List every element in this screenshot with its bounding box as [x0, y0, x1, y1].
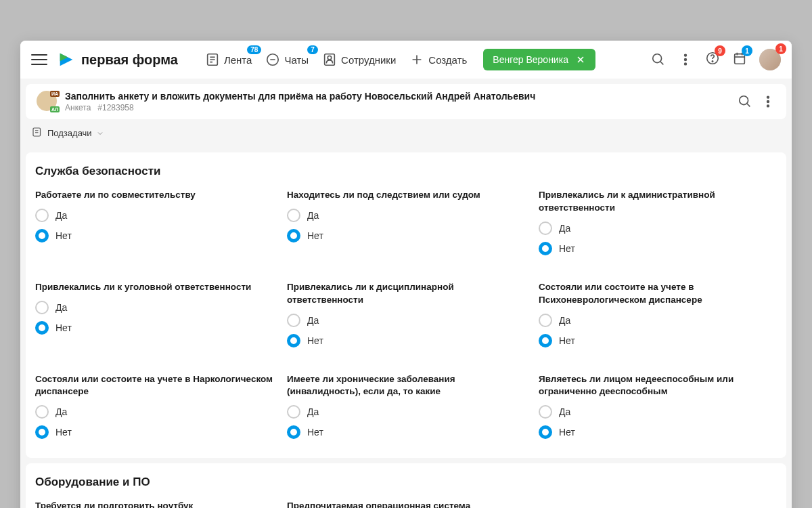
radio-icon: [539, 221, 552, 235]
question: Предпочитаемая операционная система: [287, 500, 525, 508]
radio-icon: [287, 229, 300, 242]
question: Привлекались ли к уголовной ответственно…: [35, 281, 273, 354]
radio-yes[interactable]: Да: [287, 314, 525, 327]
question-label: Состояли или состоите на учете в Психоне…: [539, 281, 777, 307]
svg-point-23: [740, 96, 748, 105]
radio-icon: [539, 242, 552, 255]
radio-icon: [287, 209, 300, 222]
nav-chats-badge: 7: [307, 45, 318, 54]
radio-no[interactable]: Нет: [35, 321, 273, 335]
radio-no[interactable]: Нет: [539, 242, 777, 255]
radio-icon: [539, 314, 552, 327]
question: Являетесь ли лицом недееспособным или ог…: [539, 373, 777, 446]
radio-yes[interactable]: Да: [287, 209, 525, 222]
radio-no[interactable]: Нет: [287, 229, 525, 242]
question: Привлекались ли к административной ответ…: [539, 189, 777, 262]
radio-no[interactable]: Нет: [287, 334, 525, 347]
radio-no-label: Нет: [559, 427, 575, 438]
question-label: Требуется ли подготовить ноутбук: [35, 500, 273, 508]
radio-icon: [35, 301, 49, 314]
nav-employees[interactable]: Сотрудники: [322, 52, 396, 67]
radio-no-label: Нет: [55, 230, 72, 241]
nav-chats-label: Чаты: [284, 54, 309, 66]
section-security-title: Служба безопасности: [35, 165, 777, 178]
radio-no[interactable]: Нет: [287, 425, 525, 439]
radio-no[interactable]: Нет: [35, 425, 273, 439]
question-label: Привлекались ли к дисциплинарной ответст…: [287, 281, 525, 307]
svg-line-24: [747, 104, 750, 107]
radio-yes-label: Да: [559, 406, 570, 417]
section-equipment: Оборудование и ПО Требуется ли подготови…: [26, 463, 786, 508]
radio-yes[interactable]: Да: [287, 405, 525, 419]
svg-point-7: [328, 56, 332, 60]
question-label: Находитесь ли под следствием или судом: [287, 189, 525, 202]
question-label: Предпочитаемая операционная система: [287, 500, 525, 508]
radio-no[interactable]: Нет: [539, 425, 777, 439]
nav-feed-badge: 78: [247, 45, 261, 54]
radio-yes[interactable]: Да: [35, 405, 273, 419]
svg-point-26: [767, 101, 769, 103]
radio-icon: [539, 405, 552, 419]
question: Работаете ли по совместительству Да Нет: [35, 189, 273, 262]
nav-feed[interactable]: Лента 78: [205, 52, 252, 67]
more-icon[interactable]: [678, 52, 693, 67]
radio-yes-label: Да: [307, 406, 319, 417]
document-icon: [205, 52, 220, 67]
questions-grid-2: Требуется ли подготовить ноутбукПредпочи…: [35, 500, 777, 508]
radio-icon: [287, 405, 300, 419]
question: Привлекались ли к дисциплинарной ответст…: [287, 281, 525, 354]
nav-create[interactable]: Создать: [409, 52, 467, 67]
avatar-button[interactable]: 1: [759, 49, 781, 70]
svg-point-27: [767, 105, 769, 107]
radio-no-label: Нет: [307, 335, 323, 346]
radio-yes-label: Да: [559, 315, 570, 326]
radio-yes-label: Да: [55, 210, 67, 221]
radio-no-label: Нет: [55, 322, 72, 333]
task-header: ИА АЛ Заполнить анкету и вложить докумен…: [26, 84, 786, 119]
person-icon: [322, 52, 337, 67]
task-info: Заполнить анкету и вложить документы для…: [65, 91, 731, 112]
radio-yes[interactable]: Да: [35, 301, 273, 314]
radio-icon: [287, 334, 300, 347]
radio-icon: [35, 425, 49, 439]
help-badge: 9: [715, 45, 725, 56]
radio-icon: [287, 314, 300, 327]
calendar-button[interactable]: 1: [732, 51, 747, 68]
section-equipment-title: Оборудование и ПО: [35, 475, 777, 489]
question-label: Привлекались ли к административной ответ…: [539, 189, 777, 215]
user-chip[interactable]: Венгер Вероника: [483, 49, 595, 70]
subtasks-bar[interactable]: Подзадачи: [20, 119, 792, 147]
menu-button[interactable]: [31, 51, 47, 68]
search-icon[interactable]: [651, 52, 666, 67]
radio-yes[interactable]: Да: [539, 221, 777, 235]
nav-feed-label: Лента: [224, 54, 252, 66]
svg-point-14: [685, 54, 687, 56]
radio-icon: [35, 405, 49, 419]
search-icon[interactable]: [738, 94, 752, 109]
svg-point-12: [653, 54, 662, 63]
task-meta: Анкета #1283958: [65, 103, 731, 112]
radio-no[interactable]: Нет: [539, 334, 777, 347]
radio-no-label: Нет: [307, 427, 323, 438]
chat-icon: [265, 52, 280, 67]
radio-yes-label: Да: [307, 210, 319, 221]
task-actions: [738, 94, 775, 109]
svg-point-25: [767, 96, 769, 98]
radio-yes[interactable]: Да: [539, 314, 777, 327]
more-icon[interactable]: [761, 94, 775, 109]
radio-yes[interactable]: Да: [539, 405, 777, 419]
nav: Лента 78 Чаты 7 Сотрудники Создать: [205, 52, 467, 67]
close-icon[interactable]: [575, 54, 586, 65]
svg-rect-28: [33, 128, 41, 136]
question-label: Являетесь ли лицом недееспособным или ог…: [539, 373, 777, 399]
calendar-badge: 1: [742, 45, 752, 56]
nav-chats[interactable]: Чаты 7: [265, 52, 309, 67]
help-button[interactable]: 9: [705, 51, 720, 68]
radio-yes[interactable]: Да: [35, 209, 273, 222]
logo[interactable]: первая форма: [57, 50, 178, 69]
radio-no-label: Нет: [307, 230, 323, 241]
radio-icon: [35, 209, 49, 222]
radio-no[interactable]: Нет: [35, 229, 273, 242]
svg-point-16: [685, 63, 687, 65]
question-label: Имеете ли хронические заболевания (инвал…: [287, 373, 525, 399]
